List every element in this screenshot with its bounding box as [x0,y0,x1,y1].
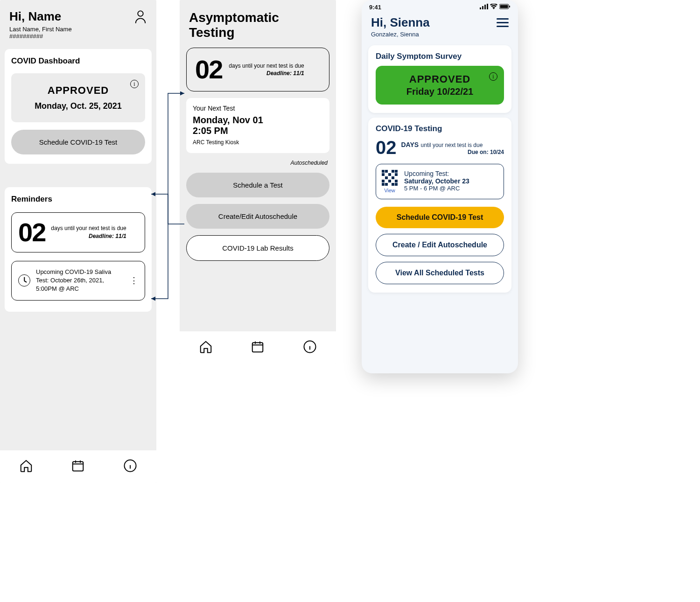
svg-point-0 [138,11,143,16]
svg-rect-8 [487,4,488,9]
countdown-deadline: Deadline: 11/1 [229,70,304,77]
autoscheduled-note: Autoscheduled [186,160,329,166]
next-test-location: ARC Testing Kiosk [193,139,323,146]
svg-rect-3 [252,343,263,352]
more-icon[interactable]: ⋮ [130,279,138,283]
countdown-number: 02 [195,56,222,83]
next-test-date: Monday, Nov 01 [193,115,323,126]
approval-date: Monday, Oct. 25, 2021 [18,101,139,111]
schedule-test-button[interactable]: Schedule COVID-19 Test [376,207,504,228]
status-bar: 9:41 [362,0,518,11]
greeting-text: Hi, Sienna [371,15,430,30]
svg-rect-11 [509,6,510,7]
schedule-test-button[interactable]: Schedule COVID-19 Test [11,130,145,154]
countdown-card[interactable]: 02 days until your next test is due Dead… [186,48,329,91]
user-fullname: Gonzalez, Sienna [371,31,430,38]
clock-icon [18,274,30,287]
svg-rect-1 [73,462,84,471]
bottom-tab-bar [0,450,156,483]
calendar-tab-icon[interactable] [251,340,265,356]
approval-status-box[interactable]: i APPROVED Monday, Oct. 25, 2021 [11,73,145,122]
survey-title: Daily Symptom Survey [376,52,504,61]
info-tab-icon[interactable] [303,340,317,356]
next-test-time: 2:05 PM [193,126,323,136]
battery-icon [499,4,511,11]
next-test-label: Your Next Test [193,105,323,112]
symptom-survey-card: Daily Symptom Survey i APPROVED Friday 1… [368,45,511,113]
reminders-title: Reminders [11,195,145,204]
page-title: Asymptomatic Testing [180,0,336,40]
profile-icon[interactable] [134,9,147,26]
info-icon[interactable]: i [130,80,139,88]
covid-testing-card: COVID-19 Testing 02 DAYS until your next… [368,118,511,293]
signal-icon [480,4,488,11]
days-label: DAYS [401,141,419,148]
info-icon[interactable]: i [489,72,497,81]
testing-title: COVID-19 Testing [376,124,504,133]
approval-label: APPROVED [18,84,139,97]
countdown-text: days until your next test is due [51,225,126,231]
hamburger-menu-icon[interactable] [497,15,509,27]
bottom-tab-bar [180,331,336,364]
svg-rect-7 [484,5,486,9]
edit-autoschedule-button[interactable]: Create / Edit Autoschedule [376,234,504,256]
svg-rect-5 [480,7,481,9]
upcoming-label: Upcoming Test: [404,170,469,177]
svg-rect-10 [500,5,508,8]
calendar-tab-icon[interactable] [71,459,85,475]
countdown-reminder[interactable]: 02 days until your next test is due Dead… [11,212,145,252]
approval-label: APPROVED [382,73,497,85]
hifi-home-screen: 9:41 Hi, Sienna Gonzalez, Sienna Daily S… [362,0,518,373]
wireframe-home-screen: Hi, Name Last Name, First Name #########… [0,0,156,483]
next-test-card[interactable]: Your Next Test Monday, Nov 01 2:05 PM AR… [186,98,329,153]
countdown-number: 02 [18,219,45,245]
reminders-card: Reminders 02 days until your next test i… [5,187,152,312]
user-fullname: Last Name, First Name [9,26,72,33]
home-tab-icon[interactable] [199,340,213,356]
upcoming-date: Saturday, October 23 [404,177,469,185]
upcoming-test-reminder[interactable]: Upcoming COVID-19 Saliva Test: October 2… [11,261,145,301]
approval-status-box[interactable]: i APPROVED Friday 10/22/21 [376,66,504,105]
countdown-deadline: Deadline: 11/1 [51,232,126,240]
approval-date: Friday 10/22/21 [382,86,497,97]
countdown-text: until your next test is due [421,142,483,148]
upcoming-test-text: Upcoming COVID-19 Saliva Test: October 2… [36,268,124,294]
upcoming-test-box[interactable]: View Upcoming Test: Saturday, October 23… [376,164,504,199]
upcoming-time: 5 PM - 6 PM @ ARC [404,185,469,192]
info-tab-icon[interactable] [123,459,137,475]
wifi-icon [490,4,497,11]
home-tab-icon[interactable] [19,459,33,475]
greeting-text: Hi, Name [9,9,72,24]
lab-results-button[interactable]: COVID-19 Lab Results [186,235,329,261]
svg-rect-6 [482,6,483,9]
qr-code-icon[interactable] [382,170,398,186]
dashboard-title: COVID Dashboard [11,56,145,66]
edit-autoschedule-button[interactable]: Create/Edit Autoschedule [186,204,329,229]
status-time: 9:41 [369,4,381,11]
due-date: Due on: 10/24 [401,149,504,155]
view-all-tests-button[interactable]: View All Scheduled Tests [376,262,504,284]
covid-dashboard-card: COVID Dashboard i APPROVED Monday, Oct. … [5,49,152,164]
wireframe-testing-screen: Asymptomatic Testing 02 days until your … [180,0,336,364]
schedule-test-button[interactable]: Schedule a Test [186,173,329,197]
user-id-mask: ########## [9,33,72,40]
countdown-number: 02 [376,137,397,158]
countdown-text: days until your next test is due [229,63,304,69]
qr-view-link[interactable]: View [382,188,398,193]
